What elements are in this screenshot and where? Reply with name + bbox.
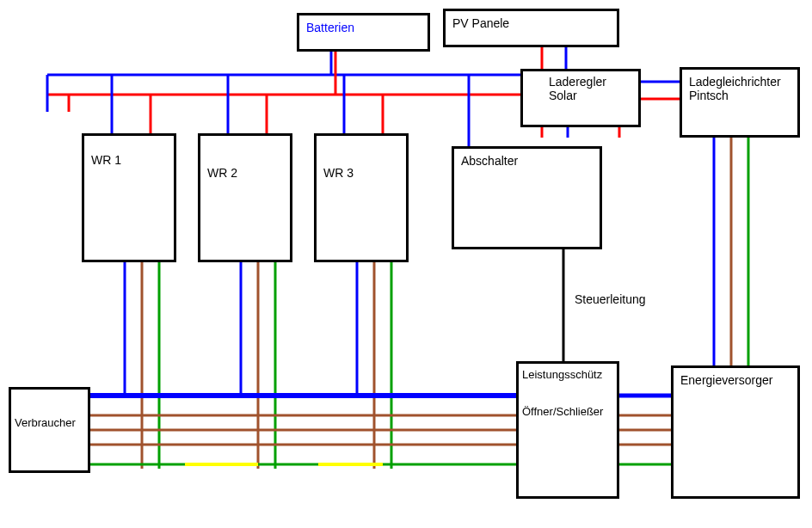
laderegler-label-l1: Laderegler [549,75,606,89]
leistungsschuetz-label: Leistungsschütz [522,368,602,381]
verbraucher-box: Verbraucher [9,387,90,473]
steuerleitung-label: Steuerleitung [575,292,646,306]
wr1-box: WR 1 [82,133,176,262]
oeffner-schliesser-label: Öffner/Schließer [522,405,603,418]
laderegler-solar-box: Laderegler Solar [520,69,641,127]
ladegleichrichter-label-l1: Ladegleichrichter [689,75,781,89]
ladegleichrichter-box: Ladegleichrichter Pintsch [680,67,800,138]
leistungsschuetz-box: Leistungsschütz Öffner/Schließer [516,361,619,499]
wr2-label: WR 2 [207,166,237,180]
abschalter-box: Abschalter [452,146,602,249]
energieversorger-box: Energieversorger [671,365,800,499]
laderegler-label-l2: Solar [549,89,577,102]
wr1-label: WR 1 [91,153,121,167]
pv-panele-label: PV Panele [452,16,509,30]
energieversorger-label: Energieversorger [680,373,772,387]
wr3-label: WR 3 [323,166,354,180]
wr3-box: WR 3 [314,133,409,262]
verbraucher-label: Verbraucher [15,416,76,429]
ladegleichrichter-label-l2: Pintsch [689,89,729,102]
abschalter-label: Abschalter [461,154,518,168]
batterien-label: Batterien [306,21,354,34]
batterien-box: Batterien [297,13,430,52]
wr2-box: WR 2 [198,133,292,262]
pv-panele-box: PV Panele [443,9,619,47]
